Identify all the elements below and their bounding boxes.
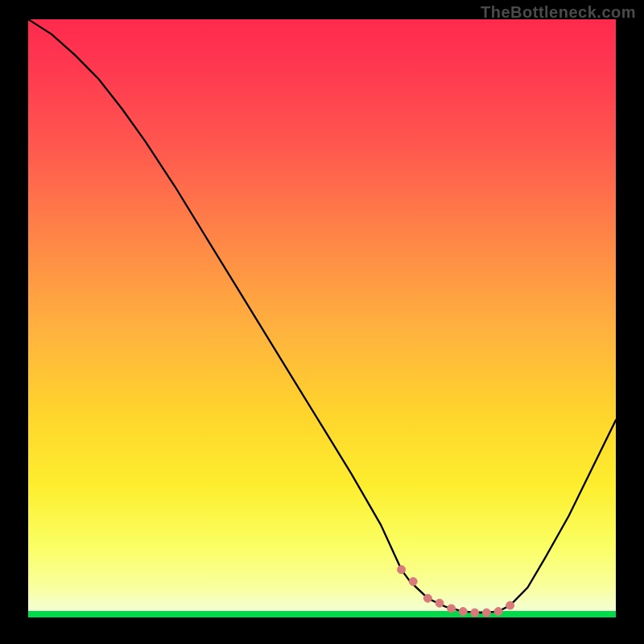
optimum-dots-group bbox=[398, 566, 514, 617]
optimum-dot bbox=[423, 594, 431, 602]
optimum-dot bbox=[436, 599, 444, 607]
optimum-dot bbox=[482, 609, 490, 617]
plot-area bbox=[28, 19, 616, 617]
curve-svg bbox=[28, 19, 616, 617]
optimum-dot bbox=[471, 609, 479, 617]
optimum-dot bbox=[506, 601, 514, 609]
bottleneck-curve bbox=[28, 19, 616, 613]
optimum-dot bbox=[409, 577, 417, 585]
chart-frame: TheBottleneck.com bbox=[0, 0, 644, 644]
optimum-dot bbox=[398, 566, 406, 574]
optimum-dot bbox=[494, 608, 502, 616]
optimum-dot bbox=[459, 608, 467, 616]
optimum-dot bbox=[448, 605, 456, 613]
watermark-label: TheBottleneck.com bbox=[481, 3, 636, 22]
